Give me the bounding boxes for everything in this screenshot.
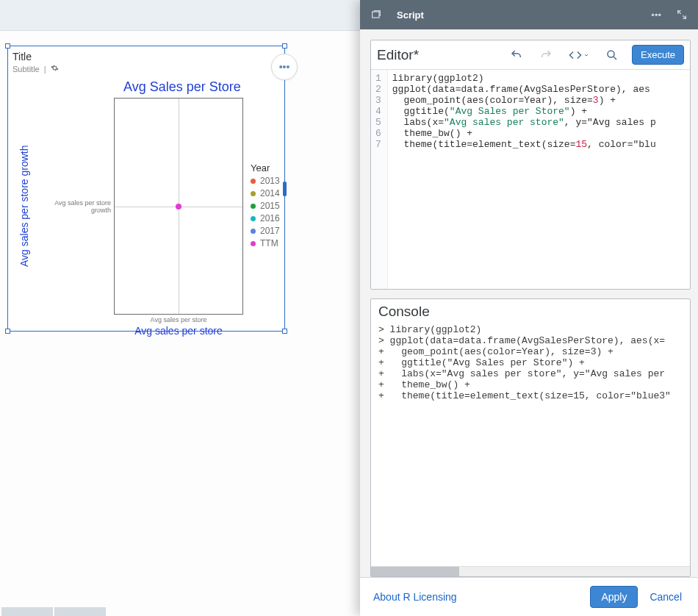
console-box: Console > library(ggplot2) > ggplot(data… [370, 298, 691, 577]
legend-label: TTM [260, 237, 278, 250]
legend-item: 2013 [251, 175, 280, 187]
resize-handle-bl[interactable] [5, 329, 10, 334]
resize-handle-br[interactable] [282, 329, 287, 334]
code-snippet-icon[interactable] [566, 46, 592, 64]
editor-box: Editor* Execute 1234567 library(ggp [370, 40, 691, 290]
console-label: Console [371, 299, 690, 324]
cancel-button[interactable]: Cancel [647, 591, 685, 603]
restore-window-icon[interactable] [370, 9, 382, 21]
divider: | [44, 65, 46, 74]
ellipsis-icon[interactable]: ••• [651, 10, 661, 21]
bottom-tabs [1, 607, 106, 616]
script-panel-header: Script ••• [360, 0, 698, 29]
legend-swatch [251, 204, 256, 209]
undo-icon[interactable] [507, 46, 526, 64]
resize-handle-tl[interactable] [5, 43, 10, 49]
legend-swatch [251, 229, 256, 234]
scrollbar-thumb[interactable] [371, 567, 459, 576]
panel-footer: About R Licensing Apply Cancel [360, 577, 698, 616]
svg-point-1 [608, 51, 614, 57]
more-options-button[interactable]: ••• [271, 54, 298, 80]
chart-body: Avg Sales per Store Avg sales per store … [18, 79, 280, 326]
script-panel: Script ••• Editor* [360, 0, 698, 616]
expand-icon[interactable] [676, 9, 688, 21]
card-subtitle[interactable]: Subtitle [12, 65, 40, 74]
x-tick-label: Avg sales per store [114, 316, 243, 323]
console-scrollbar[interactable] [371, 566, 690, 576]
legend-item: 2016 [251, 212, 280, 225]
resize-handle-tr[interactable] [282, 43, 287, 49]
legend-title: Year [251, 162, 280, 173]
ellipsis-icon: ••• [279, 61, 290, 73]
about-r-licensing-link[interactable]: About R Licensing [373, 591, 457, 603]
plot-title: Avg Sales per Store [18, 79, 280, 95]
data-point [176, 204, 181, 209]
execute-button[interactable]: Execute [632, 45, 684, 65]
editor-label: Editor* [377, 47, 497, 63]
console-output[interactable]: > library(ggplot2) > ggplot(data=data.fr… [371, 324, 690, 566]
canvas-area: Title Subtitle | ••• Avg Sales per Store… [0, 31, 360, 616]
legend-label: 2017 [260, 225, 280, 237]
legend-swatch [251, 241, 256, 246]
legend-label: 2016 [260, 212, 280, 225]
script-header-title: Script [397, 10, 424, 21]
resize-handle-right[interactable] [283, 182, 287, 196]
legend-item: 2017 [251, 225, 280, 237]
y-axis-label: Avg sales per store growth [18, 98, 33, 315]
legend-item: 2014 [251, 187, 280, 200]
card-title[interactable]: Title [12, 51, 59, 62]
tab-stub[interactable] [1, 607, 53, 616]
legend-label: 2013 [260, 175, 280, 187]
legend-label: 2015 [260, 200, 280, 212]
apply-button[interactable]: Apply [590, 586, 638, 608]
legend-item: 2015 [251, 200, 280, 212]
legend-item: TTM [251, 237, 280, 250]
gear-icon[interactable] [51, 64, 59, 74]
redo-icon [536, 46, 555, 64]
editor-toolbar: Editor* Execute [371, 40, 690, 70]
svg-rect-0 [373, 12, 379, 18]
legend-swatch [251, 191, 256, 196]
legend-swatch [251, 216, 256, 221]
tab-stub[interactable] [54, 607, 106, 616]
code-editor[interactable]: 1234567 library(ggplot2)ggplot(data=data… [371, 70, 690, 289]
legend-swatch [251, 179, 256, 184]
legend-label: 2014 [260, 187, 280, 200]
y-tick-label: Avg sales per store growth [33, 199, 114, 214]
x-axis-label: Avg sales per store [114, 325, 243, 337]
legend: Year 20132014201520162017TTM [251, 162, 280, 250]
search-icon[interactable] [602, 46, 622, 64]
plot-panel [114, 98, 243, 315]
chart-widget[interactable]: Title Subtitle | ••• Avg Sales per Store… [7, 46, 285, 332]
